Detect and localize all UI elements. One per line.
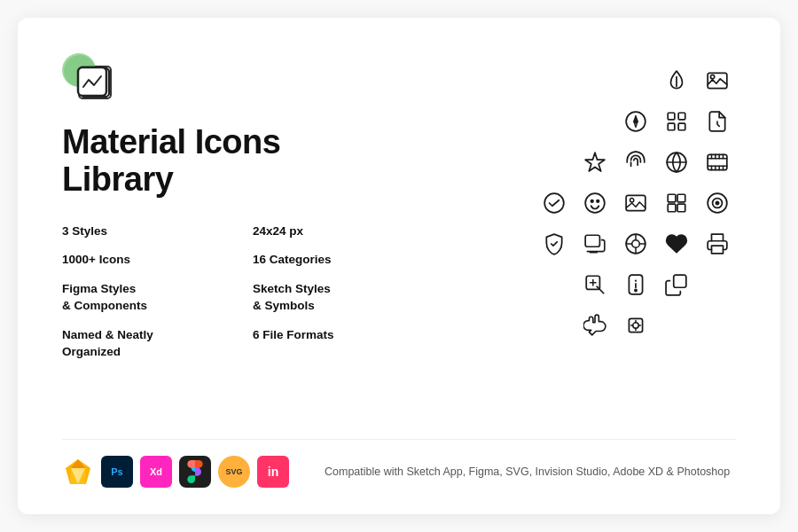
feature-icons: 1000+ Icons — [62, 252, 244, 269]
svg-rect-2 — [78, 67, 106, 96]
color-wheel-icon — [619, 227, 653, 261]
empty-8 — [700, 268, 734, 301]
features-grid: 3 Styles 24x24 px 1000+ Icons 16 Categor… — [62, 223, 434, 361]
search-zoom-icon — [578, 268, 612, 301]
empty-4 — [537, 105, 571, 138]
landscape-icon — [700, 64, 734, 98]
brightness-icon — [619, 309, 653, 342]
logo-decoration — [62, 53, 124, 106]
photo-icon — [619, 186, 653, 220]
figma-icon — [185, 460, 205, 483]
svg-rect-56 — [674, 275, 686, 287]
print-icon — [700, 227, 734, 261]
invision-logo: in — [257, 456, 289, 488]
svg-rect-10 — [678, 113, 685, 120]
dashboard-icon — [660, 186, 693, 220]
svg-rect-15 — [708, 154, 727, 169]
svg-rect-12 — [678, 123, 685, 130]
feature-formats: 6 File Formats — [253, 327, 434, 361]
logo-area — [62, 53, 124, 106]
empty-3 — [619, 64, 653, 98]
svg-rect-35 — [677, 204, 685, 212]
empty-9 — [537, 309, 571, 342]
svg-rect-33 — [677, 194, 685, 202]
feature-size: 24x24 px — [253, 223, 434, 240]
ink-drop-icon — [660, 64, 693, 98]
feature-figma: Figma Styles& Components — [62, 281, 244, 315]
svg-rect-39 — [585, 235, 599, 246]
invision-label: in — [268, 465, 278, 479]
face-icon — [578, 186, 612, 220]
svg-rect-9 — [668, 113, 675, 120]
svg-point-29 — [597, 200, 599, 203]
feature-categories: 16 Categories — [253, 252, 434, 269]
figma-logo — [179, 456, 211, 488]
check-circle-icon — [537, 186, 571, 220]
bottom-section: Ps Xd SVG — [62, 439, 736, 488]
heart-icon — [660, 227, 693, 261]
svg-point-55 — [635, 289, 637, 291]
cast-icon — [578, 227, 612, 261]
svg-point-31 — [630, 199, 634, 202]
app-logos: Ps Xd SVG — [62, 456, 289, 488]
icons-grid — [536, 62, 736, 381]
feature-named: Named & NeatlyOrganized — [62, 327, 244, 361]
empty-1 — [537, 64, 571, 98]
empty-7 — [537, 268, 571, 301]
svg-rect-11 — [668, 123, 675, 130]
svg-point-38 — [716, 201, 718, 204]
film-icon — [700, 145, 734, 179]
empty-6 — [537, 145, 571, 179]
svg-point-26 — [544, 193, 564, 213]
svg-rect-34 — [668, 204, 676, 212]
svg-point-58 — [633, 323, 639, 329]
svg-point-27 — [585, 193, 605, 213]
globe-icon — [660, 145, 693, 179]
svg-label: SVG — [225, 467, 242, 476]
feature-sketch: Sketch Styles& Symbols — [253, 281, 434, 315]
svg-rect-30 — [626, 195, 645, 210]
empty-10 — [660, 309, 693, 342]
settings-grid-icon — [660, 105, 693, 138]
feature-styles: 3 Styles — [62, 223, 244, 240]
ps-label: Ps — [111, 466, 122, 477]
svg-rect-32 — [668, 194, 676, 202]
svg-point-42 — [632, 240, 640, 248]
star-outline-icon — [578, 145, 612, 179]
empty-5 — [578, 105, 612, 138]
fingerprint-icon — [619, 145, 653, 179]
page-title: Material Icons Library — [62, 124, 434, 199]
svg-point-5 — [710, 75, 714, 79]
main-container: Material Icons Library 3 Styles 24x24 px… — [0, 0, 798, 532]
right-panel — [434, 53, 736, 439]
compass-icon — [619, 105, 653, 138]
xd-logo: Xd — [140, 456, 172, 488]
svg-logo: SVG — [218, 456, 250, 488]
empty-11 — [700, 309, 734, 342]
empty-12 — [537, 348, 571, 381]
top-section: Material Icons Library 3 Styles 24x24 px… — [62, 53, 736, 439]
phone-info-icon — [619, 268, 653, 301]
layers-icon — [660, 268, 693, 301]
file-restore-icon — [700, 105, 734, 138]
left-panel: Material Icons Library 3 Styles 24x24 px… — [62, 53, 434, 439]
svg-rect-47 — [712, 246, 724, 254]
xd-label: Xd — [150, 466, 162, 477]
empty-2 — [578, 64, 612, 98]
touch-icon — [578, 309, 612, 342]
card: Material Icons Library 3 Styles 24x24 px… — [18, 18, 780, 514]
target-icon — [700, 186, 734, 220]
sketch-logo — [62, 456, 94, 488]
compat-text: Compatible with Sketch App, Figma, SVG, … — [325, 464, 730, 481]
sketch-icon — [62, 456, 94, 488]
svg-point-28 — [591, 200, 593, 203]
photoshop-logo: Ps — [101, 456, 133, 488]
shield-check-icon — [537, 227, 571, 261]
